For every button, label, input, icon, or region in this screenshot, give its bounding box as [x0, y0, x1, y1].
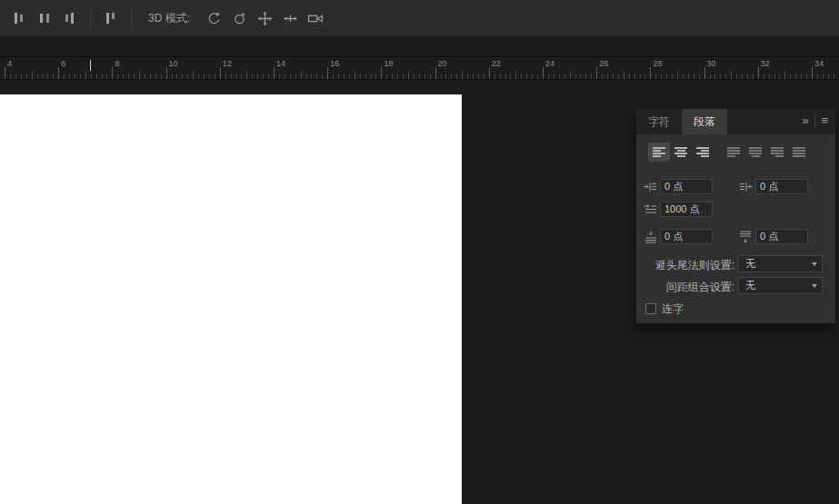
- align-left-icon: [653, 147, 665, 157]
- ruler-label: 34: [814, 59, 824, 68]
- ruler-label: 18: [384, 59, 393, 68]
- mojikumi-select[interactable]: 无: [738, 277, 823, 294]
- chevron-down-icon: [812, 284, 817, 288]
- ruler-major-tick: [381, 67, 382, 79]
- justify-last-left-icon: [727, 147, 740, 157]
- chevron-down-icon: [812, 262, 817, 266]
- hyphenate-label: 连字: [662, 301, 684, 317]
- 3d-mode-label: 3D 模式:: [148, 11, 190, 26]
- ruler-position-indicator: [90, 60, 91, 71]
- first-line-indent-icon: [644, 203, 658, 216]
- ruler-major-tick: [220, 67, 221, 79]
- panel-tab-bar: 字符 段落 » ≡: [636, 109, 835, 134]
- align-centers-button[interactable]: [33, 7, 56, 29]
- justify-all-icon: [793, 147, 805, 157]
- justify-last-right-button[interactable]: [766, 143, 788, 162]
- ruler-major-tick: [166, 67, 167, 79]
- roll-3d-camera-button[interactable]: [227, 7, 251, 29]
- justify-last-center-button[interactable]: [744, 143, 766, 162]
- toolbar-divider: [90, 8, 91, 28]
- align-right-icon: [696, 147, 709, 157]
- ruler-label: 6: [61, 59, 65, 68]
- tab-spacer: [727, 109, 795, 134]
- align-left-button[interactable]: [648, 143, 670, 162]
- tab-character[interactable]: 字符: [636, 109, 682, 134]
- tab-bar-divider: [814, 114, 815, 129]
- ruler-major-tick: [812, 67, 813, 79]
- align-right-edges-button[interactable]: [58, 7, 82, 29]
- ruler-major-tick: [489, 67, 490, 79]
- panel-menu-icon[interactable]: ≡: [816, 109, 835, 134]
- slide-3d-camera-button[interactable]: [278, 7, 302, 29]
- ruler-major-tick: [596, 67, 597, 79]
- justify-last-right-icon: [771, 147, 784, 157]
- slide-3d-camera-icon: [283, 11, 298, 26]
- mojikumi-value: 无: [745, 280, 755, 291]
- tab-paragraph[interactable]: 段落: [682, 109, 727, 134]
- zoom-3d-camera-icon: [307, 11, 324, 26]
- ruler-major-tick: [435, 67, 436, 79]
- hyphenate-checkbox[interactable]: [645, 303, 656, 314]
- ruler-label: 30: [707, 59, 716, 68]
- ruler-label: 10: [169, 59, 178, 68]
- ruler-label: 14: [276, 59, 285, 68]
- ruler-major-tick: [543, 67, 544, 79]
- distribute-bars-icon: [104, 11, 118, 25]
- ruler-label: 4: [7, 59, 12, 68]
- ruler-major-tick: [112, 67, 113, 79]
- roll-3d-camera-icon: [232, 11, 247, 26]
- indent-right-icon: [738, 181, 753, 193]
- orbit-3d-camera-button[interactable]: [202, 7, 225, 29]
- ruler-label: 16: [330, 59, 339, 68]
- paragraph-panel: 字符 段落 » ≡ 避头尾法则设置:: [636, 109, 835, 323]
- pan-3d-camera-icon: [257, 11, 273, 26]
- align-right-edges-icon: [63, 11, 77, 25]
- collapse-panel-icon[interactable]: »: [795, 109, 814, 134]
- kinsoku-label: 避头尾法则设置:: [636, 258, 734, 273]
- ruler-mid-ticks: [5, 72, 839, 79]
- ruler-major-tick: [758, 67, 759, 79]
- justify-all-button[interactable]: [788, 143, 810, 162]
- ruler-label: 20: [438, 59, 447, 68]
- pan-3d-camera-button[interactable]: [253, 7, 276, 29]
- orbit-3d-camera-icon: [206, 11, 222, 26]
- ruler-major-tick: [704, 67, 705, 79]
- ruler-label: 8: [115, 59, 119, 68]
- ruler-label: 28: [653, 59, 662, 68]
- kinsoku-select[interactable]: 无: [738, 255, 823, 272]
- paragraph-align-buttons: [648, 143, 810, 162]
- align-center-button[interactable]: [670, 143, 692, 162]
- ruler-major-tick: [58, 67, 59, 79]
- space-before-icon: [644, 231, 658, 243]
- align-centers-icon: [37, 11, 52, 25]
- space-after-icon: [738, 231, 753, 243]
- ruler-major-tick: [650, 67, 651, 79]
- ruler-label: 12: [223, 59, 232, 68]
- horizontal-ruler[interactable]: 46810121416182022242628303234: [0, 56, 839, 80]
- mojikumi-label: 间距组合设置:: [636, 280, 734, 295]
- zoom-3d-camera-button[interactable]: [304, 7, 327, 29]
- justify-last-left-button[interactable]: [723, 143, 744, 162]
- kinsoku-value: 无: [745, 258, 755, 269]
- align-left-edges-icon: [12, 11, 26, 25]
- ruler-label: 26: [599, 59, 608, 68]
- ruler-major-tick: [274, 67, 275, 79]
- ruler-label: 24: [545, 59, 554, 68]
- indent-left-input[interactable]: [660, 179, 713, 194]
- indent-right-input[interactable]: [755, 179, 808, 194]
- first-line-indent-input[interactable]: [660, 202, 713, 217]
- ruler-label: 32: [761, 59, 770, 68]
- ruler-major-tick: [5, 67, 5, 79]
- distribute-bars-button[interactable]: [99, 7, 123, 29]
- canvas[interactable]: [0, 94, 462, 504]
- ruler-label: 22: [492, 59, 501, 68]
- indent-left-icon: [644, 181, 658, 193]
- align-center-icon: [674, 147, 687, 157]
- align-left-edges-button[interactable]: [7, 7, 31, 29]
- toolbar-divider: [131, 8, 132, 28]
- ruler-major-tick: [327, 67, 328, 79]
- space-after-input[interactable]: [755, 229, 808, 244]
- options-bar: 3D 模式:: [0, 0, 839, 37]
- space-before-input[interactable]: [660, 229, 713, 244]
- align-right-button[interactable]: [692, 143, 714, 162]
